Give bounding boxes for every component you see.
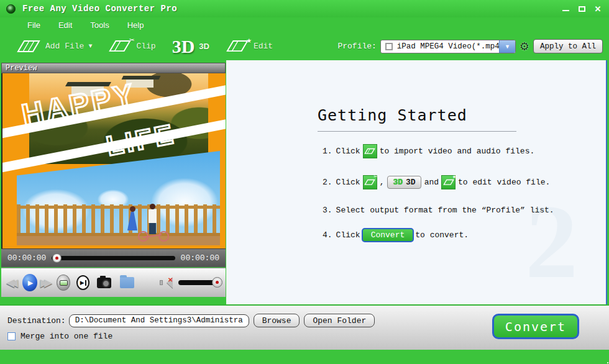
mute-button[interactable]: ✕ — [160, 277, 172, 288]
scissors-icon: ✂ — [374, 173, 378, 180]
bottom-bar: Destination: Browse Open Folder Merge in… — [0, 304, 609, 350]
seek-knob[interactable] — [52, 253, 62, 263]
app-window: Free Any Video Converter Pro ✕ File Edit… — [0, 0, 609, 364]
step-2: 2. Click ✂ , 3D 3D and — [323, 175, 554, 189]
3d-button-small[interactable]: 3D 3D — [387, 176, 421, 189]
add-file-label: Add File — [45, 42, 84, 51]
chevron-down-icon: ▼ — [88, 43, 92, 50]
resize-grip[interactable] — [605, 360, 606, 361]
toolbar: Add File ▼ ✂ Clip 3D 3D ★ — [0, 32, 609, 60]
minimize-button[interactable] — [561, 4, 570, 14]
close-button[interactable]: ✕ — [593, 4, 603, 14]
destination-label: Destination: — [7, 316, 66, 325]
clip-button[interactable]: ✂ Clip — [108, 39, 155, 54]
preview-panel-header: Preview — [1, 63, 226, 73]
play-button[interactable]: ▶ — [22, 274, 37, 291]
open-folder-button[interactable]: Open Folder — [304, 314, 375, 327]
edit-button[interactable]: ★ Edit — [226, 39, 273, 54]
profile-dropdown-arrow[interactable]: ▼ — [499, 40, 515, 53]
menu-item-tools[interactable]: Tools — [90, 20, 109, 30]
scissors-icon: ✂ — [129, 35, 134, 45]
merge-label: Merge into one file — [21, 332, 112, 341]
settings-gear-icon[interactable]: ⚙ — [520, 40, 529, 53]
title-bar: Free Any Video Converter Pro ✕ — [0, 0, 609, 17]
apply-to-all-button[interactable]: Apply to All — [533, 39, 603, 53]
getting-started-panel: Getting Started 1. Click to import video… — [226, 60, 607, 304]
3d-button[interactable]: 3D 3D — [172, 37, 209, 56]
clip-label: Clip — [136, 42, 155, 51]
3d-label: 3D — [199, 42, 209, 51]
menu-item-edit[interactable]: Edit — [58, 20, 72, 30]
title-underline — [318, 131, 516, 132]
mute-x-icon: ✕ — [168, 276, 173, 283]
menu-bar: File Edit Tools Help — [0, 17, 609, 32]
edit-label: Edit — [254, 42, 273, 51]
edit-film-icon: ★ — [226, 39, 249, 54]
convert-button-small[interactable]: Convert — [362, 228, 414, 242]
film-reel-icon — [16, 39, 41, 55]
step-3: 3. Select output format from the “Profil… — [323, 202, 554, 217]
maximize-icon — [579, 6, 585, 12]
profile-label: Profile: — [337, 42, 376, 51]
time-current: 00:00:00 — [7, 253, 46, 263]
open-snapshot-folder-button[interactable] — [120, 277, 134, 288]
play-icon: ▶ — [28, 279, 33, 287]
timeline-bar: 00:00:00 00:00:00 — [1, 248, 226, 267]
star-icon: ★ — [247, 35, 252, 45]
browse-button[interactable]: Browse — [254, 314, 300, 327]
step-forward-button[interactable]: ▶ — [76, 275, 89, 290]
import-file-icon[interactable] — [363, 144, 377, 158]
clip-film-icon: ✂ — [108, 39, 132, 54]
profile-selected-value: iPad MPEG4 Video(*.mp4) — [397, 42, 499, 51]
volume-slider[interactable] — [178, 280, 221, 285]
fast-forward-button[interactable]: ▶▶ — [40, 278, 53, 288]
rewind-button[interactable]: ◀◀ — [6, 278, 19, 288]
volume-knob[interactable] — [212, 277, 222, 288]
profile-select[interactable]: iPad MPEG4 Video(*.mp4) ▼ — [380, 40, 516, 53]
time-total: 00:00:00 — [181, 253, 219, 263]
stop-button[interactable] — [57, 275, 70, 291]
maximize-button[interactable] — [577, 4, 587, 14]
profile-checkbox-icon — [385, 43, 393, 50]
edit-icon-small[interactable]: ★ — [441, 175, 456, 189]
3d-big-icon: 3D — [172, 37, 195, 56]
star-icon: ★ — [452, 173, 456, 180]
minimize-icon — [562, 10, 569, 11]
preview-video-frame: HAPPY LIFE — [1, 73, 226, 248]
menu-item-file[interactable]: File — [27, 20, 40, 30]
preview-photo-couple — [17, 151, 220, 245]
window-title: Free Any Video Converter Pro — [22, 4, 177, 14]
status-bar — [0, 350, 609, 364]
snapshot-camera-button[interactable] — [97, 278, 111, 288]
convert-button[interactable]: Convert — [492, 314, 579, 339]
step-icon: ▶ — [80, 280, 85, 286]
clip-icon-small[interactable]: ✂ — [363, 175, 377, 189]
app-icon — [6, 4, 16, 14]
seek-slider[interactable] — [52, 256, 175, 260]
destination-input[interactable] — [69, 314, 249, 327]
menu-item-help[interactable]: Help — [127, 20, 144, 30]
merge-checkbox[interactable] — [7, 332, 16, 340]
playback-controls: ◀◀ ▶ ▶▶ ▶ ✕ — [1, 268, 226, 297]
stop-icon — [60, 280, 68, 286]
add-file-button[interactable]: Add File ▼ — [16, 39, 92, 55]
getting-started-title: Getting Started — [318, 106, 467, 124]
steps-list: 1. Click to import video and audio files… — [323, 143, 554, 242]
step-1: 1. Click to import video and audio files… — [323, 143, 554, 158]
step-4: 4. Click Convert to convert. — [323, 227, 554, 242]
